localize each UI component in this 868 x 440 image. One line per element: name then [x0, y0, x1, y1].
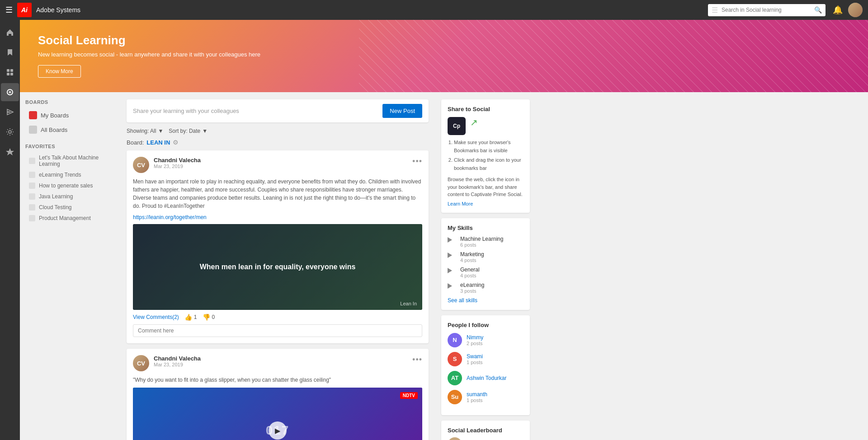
- see-all-skills-link[interactable]: See all skills: [448, 297, 524, 304]
- board-settings-icon[interactable]: ⚙: [173, 139, 179, 146]
- showing-chevron-icon: ▼: [158, 128, 163, 134]
- people-name[interactable]: sumanth: [467, 391, 487, 398]
- post-header: CV Chandni Valecha Mar 23, 2019 •••: [133, 157, 422, 173]
- sort-filter[interactable]: Sort by: Date ▼: [169, 128, 208, 134]
- fav-item[interactable]: Java Learning: [25, 192, 114, 201]
- my-boards-label: My Boards: [41, 112, 69, 119]
- like-count: 1: [194, 314, 197, 320]
- skill-item[interactable]: General 4 posts: [448, 267, 524, 278]
- like-action[interactable]: 👍 1: [184, 314, 197, 321]
- dislike-action[interactable]: 👎 0: [203, 314, 215, 321]
- arrow-icon: ↗: [470, 117, 478, 128]
- fav-icon: [29, 158, 35, 164]
- leaderboard-avatar: CV: [448, 437, 462, 440]
- my-boards-item[interactable]: My Boards: [25, 108, 114, 122]
- bookmarks-icon-area: Cp ↗: [448, 117, 524, 135]
- people-name[interactable]: Ashwin Todurkar: [467, 375, 507, 381]
- post-date: Mar 23, 2019: [154, 164, 412, 169]
- learn-more-link[interactable]: Learn More: [448, 201, 524, 206]
- play-button[interactable]: ▶: [269, 421, 287, 440]
- post-body-2: "Why do you want to fit into a glass sli…: [133, 376, 422, 384]
- post-author-2: Chandni Valecha: [154, 355, 412, 362]
- skill-count: 3 posts: [460, 288, 484, 294]
- skill-item[interactable]: Machine Learning 6 posts: [448, 236, 524, 248]
- skill-name: General: [460, 267, 480, 273]
- user-avatar[interactable]: [848, 3, 863, 17]
- skill-item[interactable]: eLearning 3 posts: [448, 282, 524, 294]
- skill-count: 4 posts: [460, 273, 480, 278]
- new-post-button[interactable]: New Post: [382, 104, 422, 118]
- sidebar-item-send[interactable]: [1, 103, 19, 121]
- fav-icon: [29, 204, 35, 211]
- sidebar-item-settings[interactable]: [1, 123, 19, 141]
- image-watermark: Lean In: [400, 301, 417, 306]
- svg-marker-5: [6, 148, 14, 155]
- post-author: Chandni Valecha: [154, 157, 412, 164]
- people-info: Swami 1 posts: [467, 353, 483, 365]
- board-header: Board: LEAN IN ⚙: [127, 139, 429, 146]
- post-meta-2: Chandni Valecha Mar 23, 2019: [154, 355, 412, 367]
- search-area[interactable]: ☰ 🔍: [708, 4, 826, 16]
- people-posts: 1 posts: [467, 360, 483, 365]
- sidebar-item-social[interactable]: [1, 83, 19, 101]
- post-more-icon[interactable]: •••: [412, 157, 422, 166]
- fav-item[interactable]: Cloud Testing: [25, 202, 114, 212]
- people-name[interactable]: Nimmy: [467, 334, 483, 341]
- share-steps: Make sure your browser's Bookmarks bar i…: [454, 139, 524, 172]
- post-header-2: CV Chandni Valecha Mar 23, 2019 •••: [133, 355, 422, 371]
- favorites-section-title: FAVORITES: [25, 144, 114, 149]
- sidebar-item-grid[interactable]: [1, 63, 19, 81]
- skill-arrow-icon: [448, 253, 457, 262]
- fav-label: eLearning Trends: [39, 172, 81, 178]
- board-name[interactable]: LEAN IN: [146, 139, 170, 146]
- know-more-button[interactable]: Know More: [38, 65, 81, 78]
- people-info: Nimmy 2 posts: [467, 334, 483, 346]
- share-step-2: Click and drag the icon to your bookmark…: [454, 156, 524, 172]
- people-name[interactable]: Swami: [467, 353, 483, 360]
- sidebar-item-bookmarks[interactable]: [1, 43, 19, 61]
- comment-input[interactable]: [133, 324, 422, 337]
- skill-name: Machine Learning: [460, 236, 503, 242]
- people-avatar: AT: [448, 371, 462, 385]
- hamburger-menu[interactable]: ☰: [5, 5, 13, 15]
- people-posts: 1 posts: [467, 398, 487, 403]
- people-avatar: N: [448, 333, 462, 347]
- post-link[interactable]: https://leanin.org/together/men: [133, 214, 207, 220]
- leaderboard-widget: Social Leaderboard CV Chandni Valecha: [441, 421, 530, 440]
- view-comments-action[interactable]: View Comments(2): [133, 314, 179, 320]
- cp-text: Cp: [453, 123, 460, 129]
- view-comments-label: View Comments(2): [133, 314, 179, 320]
- fav-item[interactable]: Product Management: [25, 213, 114, 223]
- search-input[interactable]: [722, 7, 814, 13]
- skill-item[interactable]: Marketing 4 posts: [448, 251, 524, 263]
- post-avatar-2: CV: [133, 355, 149, 371]
- svg-rect-3: [10, 73, 13, 75]
- showing-filter[interactable]: Showing: All ▼: [127, 128, 163, 134]
- post-more-icon-2[interactable]: •••: [412, 355, 422, 365]
- favorites-section: FAVORITES Let's Talk About Machine Learn…: [25, 144, 114, 223]
- compose-placeholder[interactable]: Share your learning with your colleagues: [133, 108, 382, 114]
- content-area: BOARDS My Boards All Boards FAVORITES Le…: [20, 92, 868, 440]
- sidebar-item-home[interactable]: [1, 23, 19, 42]
- sidebar-item-badge[interactable]: [1, 143, 19, 161]
- all-boards-label: All Boards: [41, 126, 67, 133]
- people-follow-title: People I follow: [448, 322, 524, 328]
- fav-item[interactable]: Let's Talk About Machine Learning: [25, 153, 114, 169]
- post-card-2: CV Chandni Valecha Mar 23, 2019 ••• "Why…: [127, 349, 429, 440]
- post-video-thumb[interactable]: 017 ▶ NDTV: [133, 388, 422, 440]
- like-icon: 👍: [184, 314, 192, 321]
- image-overlay-text: When men lean in for equality, everyone …: [133, 224, 422, 310]
- fav-item[interactable]: How to generate sales: [25, 181, 114, 191]
- fav-item[interactable]: eLearning Trends: [25, 170, 114, 180]
- board-label: Board:: [127, 139, 144, 146]
- boards-section-title: BOARDS: [25, 99, 114, 105]
- post-actions: View Comments(2) 👍 1 👎 0: [133, 314, 422, 321]
- my-skills-title: My Skills: [448, 225, 524, 231]
- all-boards-item[interactable]: All Boards: [25, 123, 114, 136]
- main-feed: Share your learning with your colleagues…: [119, 92, 436, 440]
- fav-icon: [29, 193, 35, 200]
- people-item: AT Ashwin Todurkar: [448, 371, 524, 385]
- filter-row: Showing: All ▼ Sort by: Date ▼: [127, 128, 429, 134]
- image-text: When men lean in for equality, everyone …: [200, 263, 356, 271]
- notification-bell-icon[interactable]: 🔔: [833, 5, 843, 15]
